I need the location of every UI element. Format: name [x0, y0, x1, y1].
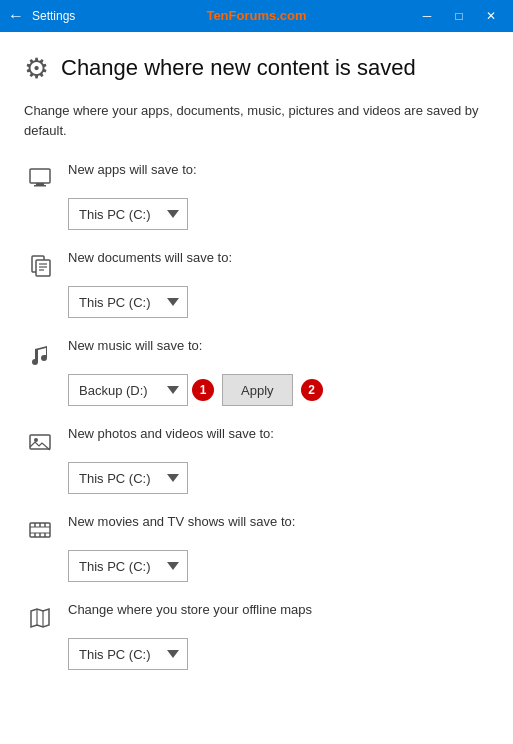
minimize-button[interactable]: ─ — [413, 4, 441, 28]
music-icon — [24, 338, 56, 370]
section-documents: New documents will save to:This PC (C:)B… — [24, 248, 489, 318]
section-music: New music will save to:This PC (C:)Backu… — [24, 336, 489, 406]
page-title-row: ⚙ Change where new content is saved — [24, 52, 489, 85]
svg-point-9 — [34, 438, 38, 442]
titlebar-controls: ─ □ ✕ — [413, 4, 505, 28]
svg-rect-1 — [36, 183, 44, 185]
monitor-icon — [24, 162, 56, 194]
section-controls-maps: This PC (C:)Backup (D:) — [68, 638, 489, 670]
close-button[interactable]: ✕ — [477, 4, 505, 28]
main-content: ⚙ Change where new content is saved Chan… — [0, 32, 513, 744]
dropdown-apps[interactable]: This PC (C:)Backup (D:) — [68, 198, 188, 230]
settings-icon: ⚙ — [24, 52, 49, 85]
svg-rect-2 — [34, 185, 46, 187]
dropdown-maps[interactable]: This PC (C:)Backup (D:) — [68, 638, 188, 670]
page-title: Change where new content is saved — [61, 55, 416, 81]
photos-icon — [24, 426, 56, 458]
section-controls-documents: This PC (C:)Backup (D:) — [68, 286, 489, 318]
badge-1: 1 — [192, 379, 214, 401]
badge-2: 2 — [301, 379, 323, 401]
section-movies: New movies and TV shows will save to:Thi… — [24, 512, 489, 582]
section-label-music: New music will save to: — [68, 336, 202, 353]
section-maps: Change where you store your offline maps… — [24, 600, 489, 670]
section-label-row-documents: New documents will save to: — [24, 248, 489, 282]
section-apps: New apps will save to:This PC (C:)Backup… — [24, 160, 489, 230]
section-label-row-apps: New apps will save to: — [24, 160, 489, 194]
maximize-button[interactable]: □ — [445, 4, 473, 28]
section-label-row-photos: New photos and videos will save to: — [24, 424, 489, 458]
movies-icon — [24, 514, 56, 546]
svg-rect-0 — [30, 169, 50, 183]
maps-icon — [24, 602, 56, 634]
titlebar-title: Settings — [32, 9, 75, 23]
titlebar-left: ← Settings — [8, 7, 75, 25]
section-photos: New photos and videos will save to:This … — [24, 424, 489, 494]
titlebar: ← Settings ─ □ ✕ — [0, 0, 513, 32]
section-controls-music: This PC (C:)Backup (D:)1Apply2 — [68, 374, 489, 406]
svg-rect-4 — [36, 260, 50, 276]
dropdown-movies[interactable]: This PC (C:)Backup (D:) — [68, 550, 188, 582]
section-label-maps: Change where you store your offline maps — [68, 600, 312, 617]
svg-marker-19 — [31, 609, 49, 627]
sections-container: New apps will save to:This PC (C:)Backup… — [24, 160, 489, 670]
back-button[interactable]: ← — [8, 7, 24, 25]
section-label-movies: New movies and TV shows will save to: — [68, 512, 295, 529]
section-label-row-maps: Change where you store your offline maps — [24, 600, 489, 634]
section-controls-photos: This PC (C:)Backup (D:) — [68, 462, 489, 494]
section-controls-apps: This PC (C:)Backup (D:) — [68, 198, 489, 230]
dropdown-music[interactable]: This PC (C:)Backup (D:) — [68, 374, 188, 406]
section-label-row-movies: New movies and TV shows will save to: — [24, 512, 489, 546]
section-label-documents: New documents will save to: — [68, 248, 232, 265]
documents-icon — [24, 250, 56, 282]
section-label-apps: New apps will save to: — [68, 160, 197, 177]
section-label-photos: New photos and videos will save to: — [68, 424, 274, 441]
dropdown-documents[interactable]: This PC (C:)Backup (D:) — [68, 286, 188, 318]
section-label-row-music: New music will save to: — [24, 336, 489, 370]
section-controls-movies: This PC (C:)Backup (D:) — [68, 550, 489, 582]
page-description: Change where your apps, documents, music… — [24, 101, 489, 140]
apply-button[interactable]: Apply — [222, 374, 293, 406]
dropdown-photos[interactable]: This PC (C:)Backup (D:) — [68, 462, 188, 494]
